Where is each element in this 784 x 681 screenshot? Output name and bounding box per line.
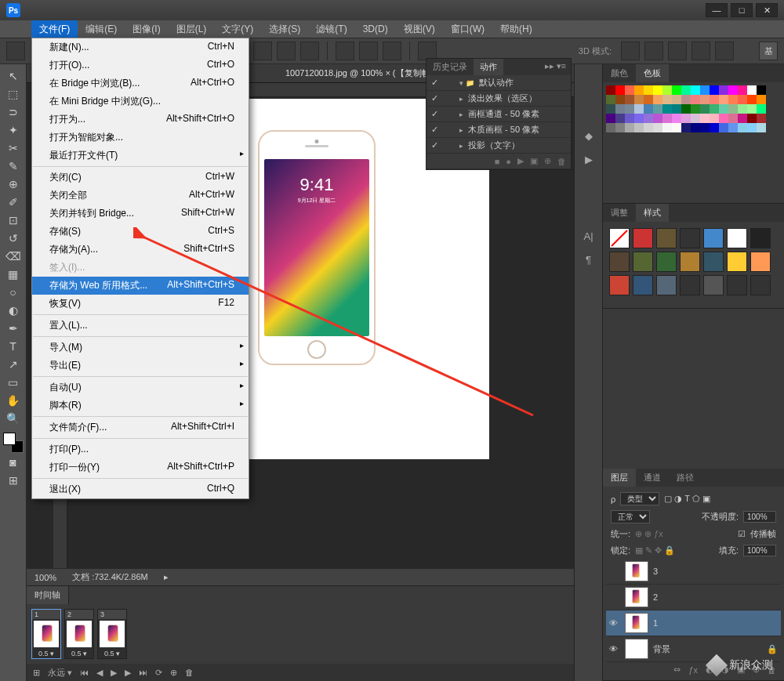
style-preset[interactable] xyxy=(656,252,677,272)
swatch[interactable] xyxy=(615,114,625,123)
3d-option[interactable] xyxy=(621,42,640,60)
timeline-frame[interactable]: 10.5 ▾ xyxy=(31,609,61,659)
swatch[interactable] xyxy=(700,85,710,95)
menu-item[interactable]: 打印一份(Y)Alt+Shift+Ctrl+P xyxy=(32,458,249,476)
play-action-icon[interactable]: ▶ xyxy=(517,156,524,166)
swatch[interactable] xyxy=(653,104,662,114)
menu-item[interactable]: 打开为智能对象... xyxy=(32,129,249,147)
history-icon[interactable]: ◆ xyxy=(579,127,598,144)
loop-selector[interactable]: 永远 ▾ xyxy=(48,667,72,679)
swatch[interactable] xyxy=(757,104,766,114)
menu-item[interactable]: 自动(U) xyxy=(32,379,249,397)
swatch[interactable] xyxy=(681,123,691,132)
style-preset[interactable] xyxy=(633,275,653,295)
layer-fx-icon[interactable]: ƒx xyxy=(688,665,698,675)
action-row[interactable]: ✓▸投影（文字） xyxy=(426,138,571,154)
swatch[interactable] xyxy=(710,114,719,123)
adjustments-tab[interactable]: 调整 xyxy=(603,204,636,222)
menu-item[interactable]: 退出(X)Ctrl+Q xyxy=(32,480,249,498)
channels-tab[interactable]: 通道 xyxy=(636,469,669,487)
style-preset[interactable] xyxy=(750,252,771,272)
3d-option[interactable] xyxy=(668,42,687,60)
menu-2[interactable]: 图像(I) xyxy=(125,20,168,38)
3d-option[interactable] xyxy=(691,42,710,60)
tween-icon[interactable]: ⟳ xyxy=(155,668,162,678)
play-icon[interactable]: ▶ xyxy=(111,668,117,678)
color-tab[interactable]: 颜色 xyxy=(603,64,636,82)
menu-8[interactable]: 视图(V) xyxy=(396,20,443,38)
menu-item[interactable]: 打印(P)... xyxy=(32,440,249,458)
swatch[interactable] xyxy=(719,104,728,114)
history-brush-tool[interactable]: ↺ xyxy=(3,230,24,247)
swatch[interactable] xyxy=(634,123,644,132)
style-preset[interactable] xyxy=(680,275,700,295)
swatch[interactable] xyxy=(719,85,728,95)
layer-row[interactable]: 👁1 xyxy=(606,610,781,636)
blur-tool[interactable]: ○ xyxy=(3,284,24,301)
hand-tool[interactable]: ✋ xyxy=(3,392,24,409)
layers-tab[interactable]: 图层 xyxy=(603,469,636,487)
menu-1[interactable]: 编辑(E) xyxy=(78,20,125,38)
first-frame-icon[interactable]: ⏮ xyxy=(80,668,89,677)
style-preset[interactable] xyxy=(609,275,630,295)
swatch[interactable] xyxy=(625,104,634,114)
crop-tool[interactable]: ✂ xyxy=(3,139,24,157)
screen-mode-tool[interactable]: ⊞ xyxy=(3,472,24,489)
swatch[interactable] xyxy=(728,104,738,114)
lasso-tool[interactable]: ⊃ xyxy=(3,103,24,121)
swatch[interactable] xyxy=(700,95,710,104)
swatch[interactable] xyxy=(728,85,738,95)
eraser-tool[interactable]: ⌫ xyxy=(3,248,24,265)
swatches-tab[interactable]: 色板 xyxy=(636,64,669,82)
swatch[interactable] xyxy=(691,85,700,95)
menu-4[interactable]: 文字(Y) xyxy=(214,20,261,38)
swatch[interactable] xyxy=(710,85,719,95)
dodge-tool[interactable]: ◐ xyxy=(3,302,24,319)
swatch[interactable] xyxy=(700,104,710,114)
actions-icon[interactable]: ▶ xyxy=(579,150,598,168)
menu-item[interactable]: 导入(M) xyxy=(32,339,249,357)
action-row[interactable]: ✓▸淡出效果（选区） xyxy=(426,91,571,107)
style-preset[interactable] xyxy=(680,252,700,272)
menu-item[interactable]: 打开(O)...Ctrl+O xyxy=(32,56,249,74)
menu-item[interactable]: 关闭全部Alt+Ctrl+W xyxy=(32,187,249,205)
panel-menu-icon[interactable]: ▸▸ ▾≡ xyxy=(540,59,571,75)
marquee-tool[interactable]: ⬚ xyxy=(3,85,24,103)
swatch[interactable] xyxy=(615,104,625,114)
swatch[interactable] xyxy=(747,95,757,104)
3d-option[interactable] xyxy=(715,42,734,60)
swatch[interactable] xyxy=(681,104,691,114)
color-swatches[interactable] xyxy=(3,433,24,453)
swatch[interactable] xyxy=(738,95,747,104)
swatch[interactable] xyxy=(738,104,747,114)
actions-panel[interactable]: 历史记录 动作 ▸▸ ▾≡ ✓▾ 📁默认动作✓▸淡出效果（选区）✓▸画框通道 -… xyxy=(426,58,572,170)
swatch[interactable] xyxy=(625,85,634,95)
style-preset[interactable] xyxy=(656,228,677,248)
swatch[interactable] xyxy=(747,123,757,132)
layer-row[interactable]: 2 xyxy=(606,585,781,610)
swatch[interactable] xyxy=(681,85,691,95)
option-control[interactable] xyxy=(253,42,272,60)
menu-item[interactable]: 关闭(C)Ctrl+W xyxy=(32,168,249,187)
swatch[interactable] xyxy=(653,85,662,95)
essentials-button[interactable]: 基 xyxy=(759,42,778,60)
type-tool[interactable]: T xyxy=(3,338,24,355)
swatch[interactable] xyxy=(757,114,766,123)
menu-0[interactable]: 文件(F) xyxy=(31,20,78,38)
menu-item[interactable]: 在 Bridge 中浏览(B)...Alt+Ctrl+O xyxy=(32,74,249,92)
pen-tool[interactable]: ✒ xyxy=(3,320,24,337)
swatch[interactable] xyxy=(757,95,766,104)
menu-item[interactable]: 存储为 Web 所用格式...Alt+Shift+Ctrl+S xyxy=(32,277,249,295)
swatch[interactable] xyxy=(634,104,644,114)
delete-action-icon[interactable]: 🗑 xyxy=(557,157,566,166)
swatch[interactable] xyxy=(606,85,615,95)
swatch[interactable] xyxy=(662,123,672,132)
swatch[interactable] xyxy=(738,123,747,132)
swatch[interactable] xyxy=(747,114,757,123)
stop-icon[interactable]: ■ xyxy=(495,157,500,166)
swatch[interactable] xyxy=(634,85,644,95)
style-preset[interactable] xyxy=(703,252,724,272)
swatch[interactable] xyxy=(757,123,766,132)
new-action-icon[interactable]: ⊕ xyxy=(544,156,551,166)
swatch[interactable] xyxy=(615,85,625,95)
